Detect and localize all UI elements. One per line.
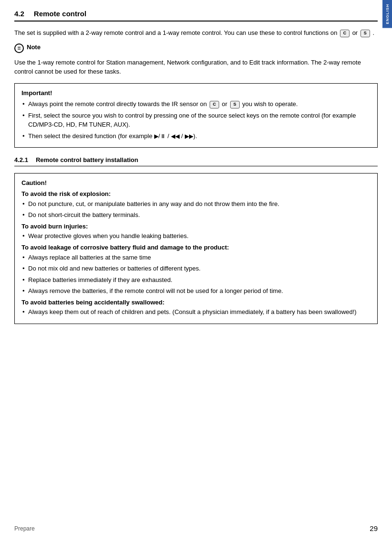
leakage-item-2: Do not mix old and new batteries or batt… bbox=[21, 264, 371, 273]
explosion-heading: To avoid the risk of explosion: bbox=[21, 189, 371, 199]
language-tab: ENGLISH bbox=[382, 0, 392, 28]
swallow-item-1: Always keep them out of reach of childre… bbox=[21, 307, 371, 317]
note-block: = Note bbox=[14, 43, 378, 53]
or-word: or bbox=[352, 29, 360, 36]
icon-s: S bbox=[360, 30, 370, 37]
important-item-3: Then select the desired function (for ex… bbox=[21, 131, 371, 141]
page-wrapper: ENGLISH 4.2 Remote control The set is su… bbox=[0, 0, 392, 542]
note-heading: Note bbox=[27, 43, 41, 51]
leakage-item-4: Always remove the batteries, if the remo… bbox=[21, 286, 371, 296]
explosion-item-1: Do not puncture, cut, or manipulate batt… bbox=[21, 199, 371, 209]
explosion-item-2: Do not short-circuit the battery termina… bbox=[21, 210, 371, 220]
burn-heading: To avoid burn injuries: bbox=[21, 222, 371, 232]
leakage-heading: To avoid leakage of corrosive battery fl… bbox=[21, 243, 371, 253]
explosion-list: Do not puncture, cut, or manipulate batt… bbox=[21, 199, 371, 220]
subsection-heading-4-2-1: 4.2.1 Remote control battery installatio… bbox=[14, 156, 378, 166]
intro-text: The set is supplied with a 2-way remote … bbox=[14, 29, 337, 36]
burn-item-1: Wear protective gloves when you handle l… bbox=[21, 231, 371, 241]
leakage-item-3: Replace batteries immediately if they ar… bbox=[21, 275, 371, 285]
subsection-title: Remote control battery installation bbox=[36, 156, 138, 163]
caution-box: Caution! To avoid the risk of explosion:… bbox=[14, 173, 378, 324]
important-item-1: Always point the remote control directly… bbox=[21, 99, 371, 109]
important-title: Important! bbox=[21, 88, 371, 98]
caution-title: Caution! bbox=[21, 178, 371, 188]
swallow-heading: To avoid batteries being accidentally sw… bbox=[21, 298, 371, 308]
intro-paragraph: The set is supplied with a 2-way remote … bbox=[14, 28, 378, 38]
icon-c: C bbox=[340, 30, 350, 37]
section-heading-4-2: 4.2 Remote control bbox=[14, 10, 378, 22]
subsection-number: 4.2.1 bbox=[14, 156, 28, 163]
leakage-list: Always replace all batteries at the same… bbox=[21, 253, 371, 296]
note-text: Use the 1-way remote control for Station… bbox=[14, 58, 378, 76]
leakage-item-1: Always replace all batteries at the same… bbox=[21, 253, 371, 262]
page-footer: Prepare 29 bbox=[14, 524, 378, 532]
section-title: Remote control bbox=[34, 10, 86, 18]
burn-list: Wear protective gloves when you handle l… bbox=[21, 231, 371, 241]
footer-label: Prepare bbox=[14, 525, 35, 532]
page-number: 29 bbox=[370, 524, 378, 532]
icon-s-imp: S bbox=[230, 101, 240, 108]
icon-c-imp: C bbox=[210, 101, 219, 108]
section-number: 4.2 bbox=[14, 10, 24, 18]
important-list: Always point the remote control directly… bbox=[21, 99, 371, 141]
period: . bbox=[372, 29, 374, 36]
important-item-2: First, select the source you wish to con… bbox=[21, 111, 371, 130]
important-box: Important! Always point the remote contr… bbox=[14, 83, 378, 148]
note-icon: = bbox=[14, 43, 24, 53]
swallow-list: Always keep them out of reach of childre… bbox=[21, 307, 371, 317]
